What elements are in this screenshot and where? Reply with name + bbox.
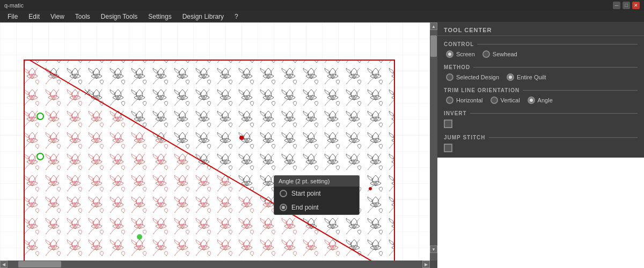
trim-orientation-section: TRIM LINE ORIENTATION Horizontal Vertica… — [444, 87, 638, 104]
jump-stitch-section: JUMP STITCH — [444, 135, 638, 152]
method-radio-group: Selected Design Entire Quilt — [444, 73, 638, 81]
menu-bar: File Edit View Tools Design Tools Settin… — [0, 11, 644, 23]
quilt-canvas[interactable]: Angle (2 pt. setting) Start point End po… — [0, 23, 430, 260]
scrollbar-thumb-bottom[interactable] — [18, 261, 61, 267]
orientation-horizontal-label: Horizontal — [456, 97, 483, 103]
method-entire-label: Entire Quilt — [517, 74, 546, 80]
scrollbar-track-right[interactable] — [430, 30, 437, 245]
jump-stitch-label: JUMP STITCH — [444, 135, 638, 140]
right-panel: TOOL CENTER CONTROL Screen Sewhead — [437, 23, 644, 268]
method-entire-option[interactable]: Entire Quilt — [507, 73, 546, 81]
invert-label: INVERT — [444, 110, 638, 116]
menu-design-tools[interactable]: Design Tools — [96, 12, 143, 21]
app-title: q-matic — [4, 2, 24, 9]
angle-popup-title: Angle (2 pt. setting) — [274, 176, 359, 187]
menu-edit[interactable]: Edit — [23, 12, 45, 21]
tool-center-body: CONTROL Screen Sewhead METHOD — [437, 36, 644, 158]
control-sewhead-radio[interactable] — [482, 50, 490, 58]
start-point-radio[interactable] — [280, 190, 287, 197]
invert-checkbox[interactable] — [444, 120, 452, 128]
control-screen-label: Screen — [456, 51, 475, 57]
control-screen-option[interactable]: Screen — [446, 50, 475, 58]
control-screen-radio[interactable] — [446, 50, 453, 58]
tool-center-header: TOOL CENTER — [437, 23, 644, 36]
orientation-horizontal-option[interactable]: Horizontal — [446, 96, 483, 104]
scroll-down-button[interactable]: ▼ — [430, 245, 437, 253]
maximize-button[interactable]: □ — [623, 2, 630, 9]
main-content: Angle (2 pt. setting) Start point End po… — [0, 23, 644, 268]
orientation-horizontal-radio[interactable] — [446, 96, 453, 104]
menu-settings[interactable]: Settings — [143, 12, 177, 21]
title-bar: q-matic ─ □ ✕ — [0, 0, 644, 11]
canvas-area: Angle (2 pt. setting) Start point End po… — [0, 23, 437, 268]
orientation-vertical-option[interactable]: Vertical — [491, 96, 520, 104]
orientation-angle-option[interactable]: Angle — [528, 96, 553, 104]
scroll-left-button[interactable]: ◀ — [0, 260, 8, 268]
control-radio-group: Screen Sewhead — [444, 50, 638, 58]
menu-design-library[interactable]: Design Library — [177, 12, 229, 21]
start-point-label: Start point — [291, 190, 321, 197]
scroll-right-button[interactable]: ▶ — [422, 260, 430, 268]
scroll-up-button[interactable]: ▲ — [430, 23, 437, 30]
method-label: METHOD — [444, 64, 638, 70]
scrollbar-corner — [430, 260, 437, 268]
menu-tools[interactable]: Tools — [70, 12, 96, 21]
method-entire-radio[interactable] — [507, 73, 514, 81]
control-label: CONTROL — [444, 41, 638, 47]
end-point-radio[interactable] — [280, 204, 287, 211]
quilt-svg — [0, 23, 430, 260]
orientation-vertical-radio[interactable] — [491, 96, 498, 104]
trim-orientation-radio-group: Horizontal Vertical Angle — [444, 96, 638, 104]
scrollbar-track-bottom[interactable] — [8, 260, 422, 268]
method-section: METHOD Selected Design Entire Quilt — [444, 64, 638, 81]
angle-start-point[interactable]: Start point — [274, 187, 359, 200]
orientation-angle-label: Angle — [538, 97, 553, 103]
canvas-scroll-area: Angle (2 pt. setting) Start point End po… — [0, 23, 437, 260]
menu-file[interactable]: File — [2, 12, 23, 21]
menu-help[interactable]: ? — [229, 12, 244, 21]
end-point-label: End point — [291, 204, 319, 211]
trim-orientation-label: TRIM LINE ORIENTATION — [444, 87, 638, 93]
orientation-vertical-label: Vertical — [501, 97, 520, 103]
window-controls: ─ □ ✕ — [613, 2, 640, 9]
scrollbar-thumb-right[interactable] — [430, 35, 437, 57]
close-button[interactable]: ✕ — [632, 2, 640, 9]
minimize-button[interactable]: ─ — [613, 2, 620, 9]
svg-point-21 — [239, 136, 244, 140]
jump-stitch-checkbox[interactable] — [444, 144, 452, 152]
angle-end-point[interactable]: End point — [274, 200, 359, 214]
control-sewhead-label: Sewhead — [493, 51, 517, 57]
scrollbar-right: ▲ ▼ — [430, 23, 437, 253]
invert-section: INVERT — [444, 110, 638, 128]
orientation-angle-radio[interactable] — [528, 96, 535, 104]
menu-view[interactable]: View — [45, 12, 70, 21]
control-section: CONTROL Screen Sewhead — [444, 41, 638, 58]
angle-popup: Angle (2 pt. setting) Start point End po… — [274, 175, 360, 215]
svg-point-22 — [369, 187, 372, 190]
method-selected-label: Selected Design — [456, 74, 499, 80]
scrollbar-bottom: ◀ ▶ — [0, 260, 437, 268]
method-selected-option[interactable]: Selected Design — [446, 73, 499, 81]
method-selected-radio[interactable] — [446, 73, 453, 81]
control-sewhead-option[interactable]: Sewhead — [482, 50, 517, 58]
preview-area — [437, 158, 644, 269]
svg-point-19 — [137, 234, 142, 240]
